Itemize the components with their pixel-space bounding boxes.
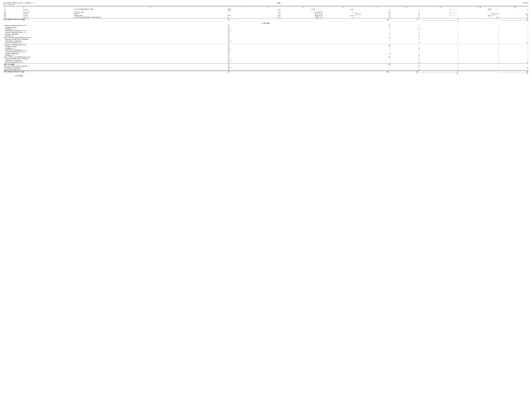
header-left: ПРОГРАММНЫЙ КОМПЛЕКС АВС-ЗЕС ( РЕДАКЦИЯ …: [3, 2, 35, 6]
vsego-ob-row: ВСЕГО,СТОИМОСТЬ ОБЩЕСТРОИТЕЛЬНЫХ РАБОТ •…: [3, 37, 529, 39]
row-num: 106: [3, 15, 23, 17]
col-header-1: 1: [3, 7, 23, 8]
itogo-col8: 53: [391, 18, 420, 22]
nakladnie-nuch-metal-row: НАКЛАДНЫЕ НУЧ! • РУБ. - 10 • • •: [3, 48, 529, 49]
normativnaya-tr-itogo-row: НОРМАТИВНАЯ ТРУДОЕМКОСТЬ • ЧЕЛ.•Ч • • • …: [3, 67, 529, 69]
smetnaya-zp-ob-label: СМЕТНАЯ ЗАРАБОТНАЯ ПЛАТА В Н.Р. •: [3, 32, 227, 33]
stoimost-ob-header: СТОИМОСТЬ ОБЩЕСТРОИТЕЛЬНЫХ РАБОТ • РУБ. …: [3, 24, 529, 26]
row-col9: •: [420, 17, 458, 18]
nakladnie-rashod-ob-row: НАКЛАДНЫЕ РАСХОД • РУБ. 21 • • • •: [3, 26, 529, 28]
row-col8: 6: [391, 17, 420, 18]
itogo-col4: [254, 18, 281, 22]
normativnaya-tr2-ob-row: НОРМАТИВНАЯ ТРУДОЕМКОСТЬ • ЧЕЛ.•Ч • • • …: [3, 40, 529, 42]
nakladnie-rashod-ob-unit: РУБ.: [227, 26, 254, 28]
normativnaya-tr2-ob-unit: ЧЕЛ.•Ч: [227, 40, 254, 42]
stoimost-ob-label: СТОИМОСТЬ ОБЩЕСТРОИТЕЛЬНЫХ РАБОТ •: [3, 24, 227, 26]
row-col11: 21: [499, 8, 529, 11]
smetnaya-zp2-ob-unit: РУБ.: [227, 42, 254, 44]
row-col7: 32: [361, 13, 391, 15]
row-num: 103: [3, 8, 23, 11]
stoimost-ob-col9: •: [420, 24, 458, 26]
row-col5: 22,59 1,62: [281, 17, 323, 18]
table-row: 103 E15•613 •ТО АЕ,ТЕХНОЛОГИЧЕСКИХ УЗЛОВ…: [3, 8, 529, 11]
row-col5: 21,40 350,00: [281, 11, 323, 13]
planovie-nuch-ob-label: ПЛАНОВЫЕ НУЧ! •: [3, 35, 227, 37]
col-header-11: : 11: [499, 7, 529, 8]
smetnaya-zp-metal-label: СМЕТНАЯ ЗАРАБОТНАЯ ПЛАТА В Н.Р. •: [3, 51, 227, 53]
normativ-itogo-row: НОРРАТИВ,УСЛОВНО-ЧИСТАЯ ПРОДУКЦИЯ • РУБ.…: [3, 65, 529, 67]
table-row: 107 E11-11 •УСТРОЙСТВО ПОДСТИЛАЮЩИХ СЛОЕ…: [3, 17, 529, 18]
planovie-nuch-ob-row: ПЛАНОВЫЕ НУЧ! • РУБ. - 16 • • •: [3, 35, 529, 37]
normativnaya-tr-itogo-label: НОРМАТИВНАЯ ТРУДОЕМКОСТЬ •: [3, 67, 227, 69]
row-col7: 21: [361, 15, 391, 17]
col-header-7: : 7: [361, 7, 391, 8]
header: ПРОГРАММНЫЙ КОМПЛЕКС АВС-ЗЕС ( РЕДАКЦИЯ …: [3, 2, 529, 6]
row-col4: 0,35: [254, 15, 281, 17]
row-col10: 2,90: [458, 17, 499, 18]
col-header-6: : 6: [323, 7, 361, 8]
nakladnie-rashod-metal-row: НАКЛАДНЫЕ РАСХОД • РУБ. 39 • • • •: [3, 46, 529, 48]
row-col10: 68,00 ----------: [458, 15, 499, 17]
itogo-col11: 92 2: [499, 18, 529, 22]
row-col11: 23: [499, 15, 529, 17]
v-tom-chisle-row2: В ТОМ ЧИСЛЕ:: [3, 75, 529, 77]
itogo-col6: [323, 18, 361, 22]
vsego-metal-label: ВСЕГО,СТОИМОСТЬ МЕТАЛЛОМОНТАЖНЫХ РАБОТ •: [3, 56, 227, 58]
row-num: 105: [3, 13, 23, 15]
smetnaya-zp2-metal-label: СМЕТНАЯ ЗАРАБОТНАЯ ПЛАТА •: [3, 62, 227, 63]
normativnaya-tr2-metal-row: НОРМАТИВНАЯ ТРУДОЕМКОСТЬ • ЧЕЛ.•Ч • • • …: [3, 60, 529, 62]
row-col6: 0,03 ----------: [323, 15, 361, 17]
v-tom-chisle-label: В ТОМ ЧИСЛЕ:: [3, 22, 529, 24]
row-col9: • ----------: [420, 15, 458, 17]
row-col10: 38,80 ----------: [458, 8, 499, 11]
doc-number: 901-2 -158.13.87: [3, 4, 35, 6]
row-unit: М3: [227, 17, 254, 18]
row-col6: • ----------: [323, 17, 361, 18]
row-unit: 100М2: [227, 15, 254, 17]
nakladnie-rashod-ob-col7: 21: [361, 26, 391, 28]
col-header-5: : 5: [281, 7, 323, 8]
col-header-10: : 10: [458, 7, 499, 8]
itogo-label: ИТОГО ПРЯМЬЕ ЗАТРАТЬ ПО РАЗДЕЛУ 7: [3, 18, 227, 22]
itogo-unit: РУБ. ----: [227, 18, 254, 22]
vsego-metal-row: ВСЕГО,СТОИМОСТЬ МЕТАЛЛОМОНТАЖНЫХ РАБОТ •…: [3, 56, 529, 58]
row-num: 107: [3, 17, 23, 18]
row-col7: 23: [361, 8, 391, 11]
row-code: C121-2019: [23, 11, 74, 13]
nakladnie-rashod-metal-label: НАКЛАДНЫЕ РАСХОД •: [3, 46, 227, 48]
v-tom-chisle-row: В ТОМ ЧИСЛЕ:: [3, 22, 529, 24]
planovie-nakop-ob-unit: РУБ.: [227, 33, 254, 35]
itogo-pryame-po-staleyu-unit: РУБ. ----: [227, 71, 254, 75]
itogo-pryame-row: ИТОГО ПРЯМЬЕ ЗАТРАТЬ ПО РАЗДЕЛУ 7 РУБ. -…: [3, 18, 529, 22]
vsego-ob-unit: РУБ.: [227, 37, 254, 39]
row-code: E5•153: [23, 13, 74, 15]
planovie-nakop-ob-label: ПЛАНОВЫЕ НАКОПЛЕНИЯ •: [3, 33, 227, 35]
stoimost-ob-col8: •: [391, 24, 420, 26]
stoimost-ob-col7: 132: [361, 24, 391, 26]
smetnaya-zp-itogo-label: СМЕТНАЯ ЗАРАБОТНАЯ ПЛАТА •: [3, 69, 227, 71]
planovie-nuch-metal-label: ПЛАНОВЫЕ НУЧ! •: [3, 55, 227, 56]
nakladnie-rashod-ob-label: НАКЛАДНЫЕ РАСХОД •: [3, 26, 227, 28]
itogo-col7: 588: [361, 18, 391, 22]
normativnaya-tr2-metal-label: НОРМАТИВНАЯ ТРУДОЕМКОСТЬ •: [3, 60, 227, 62]
stoimost-ob-col10: •: [458, 24, 499, 26]
program-title: ПРОГРАММНЫЙ КОМПЛЕКС АВС-ЗЕС ( РЕДАКЦИЯ …: [3, 2, 35, 4]
nakladnie-rashod-ob-col8: •: [391, 26, 420, 28]
col-header-4: 4: [254, 7, 281, 8]
normativ-chistaya-metal-row: НОРМАТИВ,УСЛОВНО-ЧИСТАЯ ПРОДУКЦИЯ • РУБ.…: [3, 58, 529, 60]
normativ-itogo-label: НОРРАТИВ,УСЛОВНО-ЧИСТАЯ ПРОДУКЦИЯ •: [3, 65, 227, 67]
normativ-chistaya-metal-label: НОРМАТИВ,УСЛОВНО-ЧИСТАЯ ПРОДУКЦИЯ •: [3, 58, 227, 60]
doc-code: 10020109: [523, 2, 529, 4]
itogo-col9: 6 2: [420, 18, 458, 22]
row-desc: •РАМА ГОД НАСОС: [74, 11, 227, 13]
row-col6: 4,98 1,52: [323, 13, 361, 15]
row-col9: • ----------: [420, 11, 458, 13]
planovie-nakop-metal-label: ПЛАНОВЫЕ НАКОПЛЕНИЯ •: [3, 53, 227, 55]
row-col5: 60,50 38,40: [281, 15, 323, 17]
smetnaya-zp-itogo-row: СМЕТНАЯ ЗАРАБОТНАЯ ПЛАТА • РУБ. • 66 • •…: [3, 69, 529, 71]
stoimost-metal-header: СТОИМОСТЬ МЕТАЛЛОМОНТАЖНЫХ РАБОТ • РУБ. …: [3, 44, 529, 46]
normativnaya-tr-ob-row: НОРМАТИВНАЯ ТРУДОЕМКОСТЬ В Н.Р. • ЧЕЛ.•Ч…: [3, 30, 529, 32]
row-code: E11-11: [23, 17, 74, 18]
normativ-chistaya-ob-row: НОРМАТИВ,УСЛОВНО-ЧИСТАЯ ПРОДУКЦИЯ • РУБ.…: [3, 39, 529, 40]
planovie-nuch-ob-unit: РУБ.: [227, 35, 254, 37]
